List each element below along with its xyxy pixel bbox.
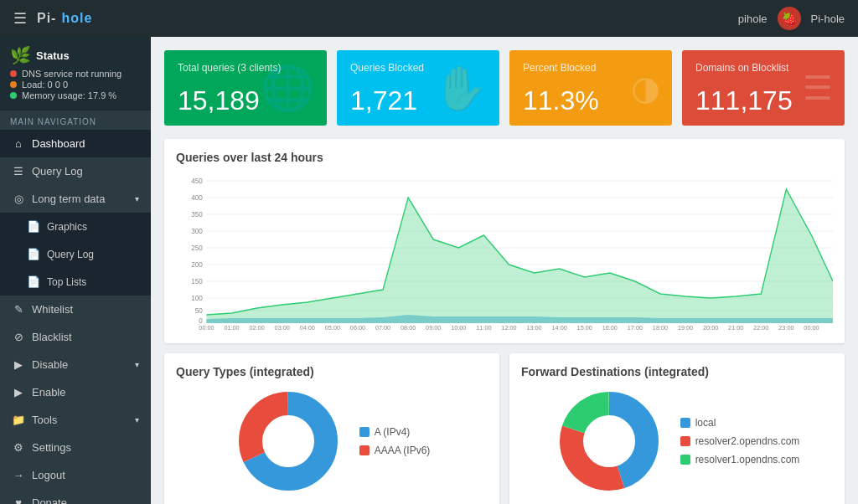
topbar-left: ☰ Pi-hole (13, 9, 92, 28)
hand-icon: ✋ (433, 63, 488, 114)
forward-destinations-card: Forward Destinations (integrated) (509, 353, 845, 504)
list-icon: ☰ (12, 165, 25, 177)
forward-dest-donut-svg (555, 387, 664, 496)
topbar: ☰ Pi-hole pihole 🍓 Pi-hole (0, 0, 858, 37)
svg-text:400: 400 (191, 193, 203, 202)
dot-orange (10, 81, 17, 88)
play-icon-enable: ▶ (12, 386, 25, 399)
sidebar-submenu: 📄 Graphics 📄 Query Log 📄 Top Lists (0, 213, 151, 296)
sidebar: 🌿 Status DNS service not running Load: 0… (0, 37, 151, 504)
block-icon: ⊘ (12, 331, 25, 343)
svg-text:18:00: 18:00 (653, 324, 668, 332)
sidebar-item-enable[interactable]: ▶ Enable (0, 378, 151, 406)
sidebar-item-blacklist[interactable]: ⊘ Blacklist (0, 323, 151, 351)
queries-chart-svg: 450 400 350 300 250 200 150 100 50 0 (176, 172, 833, 332)
sidebar-status: 🌿 Status DNS service not running Load: 0… (0, 37, 151, 111)
sidebar-item-query-log[interactable]: ☰ Query Log (0, 157, 151, 185)
sidebar-item-dashboard[interactable]: ⌂ Dashboard (0, 130, 151, 157)
svg-text:05:00: 05:00 (325, 324, 340, 332)
svg-text:13:00: 13:00 (526, 324, 541, 332)
chevron-down-icon-tools: ▾ (135, 415, 139, 424)
svg-text:21:00: 21:00 (728, 324, 743, 332)
svg-text:350: 350 (191, 210, 203, 219)
legend-item-local: local (680, 417, 800, 429)
status-dns: DNS service not running (10, 69, 141, 79)
stat-card-queries-blocked: Queries Blocked 1,721 ✋ (337, 50, 499, 126)
svg-text:17:00: 17:00 (628, 324, 643, 332)
topbar-avatar: 🍓 (778, 7, 801, 30)
brand-hole: hole (61, 11, 92, 26)
file-icon-graphics: 📄 (27, 220, 40, 233)
brand-pi: Pi- (37, 11, 56, 26)
svg-text:450: 450 (191, 177, 203, 185)
sidebar-item-logout[interactable]: → Logout (0, 461, 151, 489)
stat-cards-row: Total queries (3 clients) 15,189 🌐 Queri… (151, 37, 858, 139)
folder-icon: 📁 (12, 414, 25, 426)
svg-text:23:00: 23:00 (778, 324, 793, 332)
gear-icon: ⚙ (12, 441, 25, 454)
nav-section-label: MAIN NAVIGATION (0, 111, 151, 130)
topbar-right: pihole 🍓 Pi-hole (738, 7, 845, 30)
legend-item-ipv4: A (IPv4) (359, 426, 431, 438)
legend-dot-resolver2 (680, 436, 690, 446)
sidebar-item-settings[interactable]: ⚙ Settings (0, 434, 151, 461)
status-memory: Memory usage: 17.9 % (10, 90, 141, 100)
hamburger-icon[interactable]: ☰ (13, 9, 27, 28)
sidebar-item-tools[interactable]: 📁 Tools ▾ (0, 406, 151, 434)
legend-dot-resolver1 (680, 455, 690, 465)
sidebar-item-disable[interactable]: ▶ Disable ▾ (0, 351, 151, 378)
svg-text:10:00: 10:00 (451, 324, 466, 332)
svg-text:250: 250 (191, 244, 203, 252)
svg-text:50: 50 (195, 306, 203, 315)
svg-text:14:00: 14:00 (552, 324, 567, 332)
svg-text:01:00: 01:00 (224, 324, 239, 332)
svg-text:19:00: 19:00 (678, 324, 693, 332)
chevron-down-icon-disable: ▾ (135, 360, 139, 369)
main-chart-title: Queries over last 24 hours (176, 151, 833, 164)
file-icon-toplists: 📄 (27, 275, 40, 288)
svg-text:07:00: 07:00 (375, 324, 390, 332)
svg-text:00:00: 00:00 (804, 324, 819, 332)
legend-item-resolver1: resolver1.opendns.com (680, 454, 800, 465)
main-content: Total queries (3 clients) 15,189 🌐 Queri… (151, 37, 858, 504)
svg-text:150: 150 (191, 277, 203, 285)
sidebar-item-query-log-sub[interactable]: 📄 Query Log (0, 240, 151, 268)
home-icon: ⌂ (12, 137, 25, 150)
stat-card-total-queries: Total queries (3 clients) 15,189 🌐 (164, 50, 327, 126)
query-types-card: Query Types (integrated) A (IPv4) (164, 353, 499, 504)
stat-card-domains-blocklist: Domains on Blocklist 111,175 ☰ (682, 50, 845, 126)
legend-item-resolver2: resolver2.opendns.com (680, 435, 800, 447)
edit-icon: ✎ (12, 303, 25, 316)
svg-text:300: 300 (191, 227, 203, 235)
svg-point-52 (584, 416, 634, 466)
bottom-charts-row: Query Types (integrated) A (IPv4) (164, 353, 845, 504)
logout-icon: → (12, 469, 25, 481)
list-icon-card: ☰ (803, 69, 833, 107)
legend-dot-ipv4 (359, 427, 370, 437)
sidebar-item-long-term-data[interactable]: ◎ Long term data ▾ (0, 185, 151, 213)
sidebar-item-whitelist[interactable]: ✎ Whitelist (0, 296, 151, 323)
sidebar-item-donate[interactable]: ♥ Donate (0, 489, 151, 504)
status-load: Load: 0 0 0 (10, 80, 141, 90)
topbar-brand: Pi-hole (37, 11, 92, 26)
query-types-title: Query Types (integrated) (176, 365, 488, 378)
sidebar-item-graphics[interactable]: 📄 Graphics (0, 213, 151, 240)
svg-text:06:00: 06:00 (350, 324, 365, 332)
sidebar-item-top-lists[interactable]: 📄 Top Lists (0, 268, 151, 296)
circle-icon: ◎ (12, 193, 25, 205)
svg-text:200: 200 (191, 260, 203, 269)
chevron-down-icon: ▾ (135, 194, 139, 203)
legend-item-ipv6: AAAA (IPv6) (359, 445, 431, 456)
topbar-brand-right: Pi-hole (811, 13, 845, 25)
heart-icon: ♥ (12, 496, 25, 504)
svg-text:16:00: 16:00 (602, 324, 618, 332)
status-title: 🌿 Status (10, 45, 141, 65)
query-types-legend: A (IPv4) AAAA (IPv6) (359, 426, 431, 456)
legend-dot-local (680, 418, 690, 428)
dot-green (10, 92, 17, 99)
svg-text:12:00: 12:00 (501, 324, 516, 332)
svg-text:15:00: 15:00 (577, 324, 592, 332)
forward-destinations-title: Forward Destinations (integrated) (521, 365, 833, 378)
main-chart-container: 450 400 350 300 250 200 150 100 50 0 (176, 172, 833, 332)
leaf-icon: 🌿 (10, 45, 31, 65)
